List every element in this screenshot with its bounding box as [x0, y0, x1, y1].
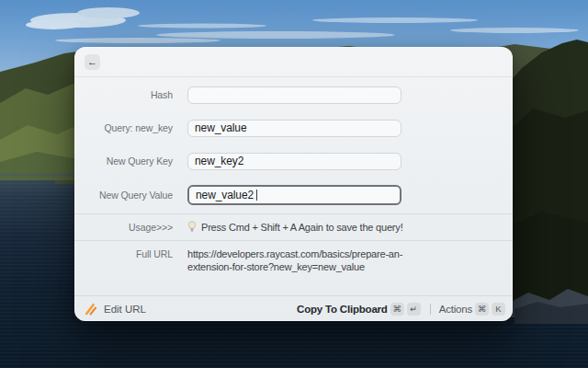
app-name-label: Edit URL: [104, 304, 146, 315]
form-row-usage: Usage>>> Press Cmd + Shift + A Again to …: [74, 219, 403, 235]
raycast-window: ← Hash Query: new_key new_value New Quer…: [74, 47, 513, 321]
usage-label: Usage>>>: [74, 222, 173, 233]
divider: [74, 240, 513, 241]
full-url-line2: extension-for-store?new_key=new_value: [187, 260, 402, 273]
query-input-value: new_value: [195, 121, 246, 134]
query-label: Query: new_key: [74, 122, 173, 133]
k-key-badge: K: [492, 303, 505, 316]
form-row-query: Query: new_key new_value: [74, 118, 401, 138]
form-row-new-query-value: New Query Value new_value2: [74, 184, 401, 206]
window-footer: Edit URL Copy To Clipboard ⌘ ↵ Actions ⌘…: [74, 295, 513, 321]
text-cursor: [256, 190, 257, 201]
footer-separator: [430, 304, 431, 315]
new-query-key-label: New Query Key: [74, 155, 173, 167]
footer-actions: Copy To Clipboard ⌘ ↵ Actions ⌘ K: [297, 303, 505, 316]
divider: [74, 213, 513, 214]
return-key-badge: ↵: [407, 303, 421, 316]
hash-input[interactable]: [187, 86, 401, 104]
new-query-value-label: New Query Value: [74, 190, 173, 201]
form-row-hash: Hash: [74, 85, 401, 105]
query-input[interactable]: new_value: [187, 120, 401, 137]
form-row-new-query-key: New Query Key new_key2: [74, 151, 401, 171]
full-url-line1: https://developers.raycast.com/basics/pr…: [187, 247, 402, 260]
new-query-value-input[interactable]: new_value2: [187, 185, 401, 205]
edit-url-app-icon: [84, 303, 97, 316]
window-header: ←: [74, 47, 513, 77]
hash-label: Hash: [74, 89, 173, 100]
usage-text: Press Cmd + Shift + A Again to save the …: [201, 222, 403, 233]
cmd-key-badge: ⌘: [475, 303, 489, 316]
actions-button[interactable]: Actions: [439, 304, 472, 315]
lightbulb-icon: [187, 221, 197, 233]
new-query-value-input-value: new_value2: [196, 189, 254, 201]
full-url-value: https://developers.raycast.com/basics/pr…: [187, 247, 402, 273]
full-url-label: Full URL: [74, 247, 173, 260]
back-arrow-icon: ←: [87, 56, 97, 67]
cmd-key-badge: ⌘: [390, 303, 404, 316]
copy-to-clipboard-button[interactable]: Copy To Clipboard: [297, 304, 388, 315]
new-query-key-input[interactable]: new_key2: [187, 153, 401, 170]
new-query-key-input-value: new_key2: [195, 155, 243, 167]
back-button[interactable]: ←: [85, 54, 100, 70]
desktop: ← Hash Query: new_key new_value New Quer…: [0, 0, 588, 368]
form-row-full-url: Full URL https://developers.raycast.com/…: [74, 247, 402, 273]
